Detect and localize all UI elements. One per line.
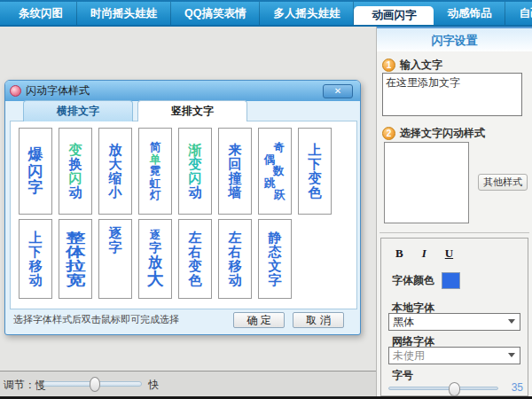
style-char: 数	[273, 165, 285, 177]
style-char: 来	[229, 143, 242, 157]
speed-fast-label: 快	[148, 378, 159, 393]
font-style-option[interactable]: 逐字放大	[138, 219, 172, 299]
style-char: 逐	[109, 226, 122, 240]
top-tab-label: 时尚摇头娃娃	[90, 6, 157, 21]
top-tabbar: 条纹闪图时尚摇头娃娃QQ搞笑表情多人摇头娃娃动画闪字动感饰品自己做闪图NEW	[0, 0, 532, 27]
style-char: 放	[148, 254, 162, 270]
top-tab[interactable]: 多人摇头娃娃	[260, 2, 354, 25]
style-char: 缩	[109, 171, 122, 185]
top-tab[interactable]: 动画闪字	[354, 6, 434, 25]
font-format-panel: B I U 字体颜色 本地字体 黑体 网络字体 未使用 字号 35	[380, 238, 528, 396]
style-char: 变	[309, 171, 322, 185]
flash-font-style-dialog: 闪动字体样式 ✕ 横排文字 竖排文字 爆闪字变换闪动放大缩小简单霓虹灯渐变闪动来…	[4, 80, 361, 335]
style-char: 静	[269, 231, 282, 245]
font-style-option[interactable]: 放大缩小	[98, 128, 132, 215]
dialog-title: 闪动字体样式	[26, 83, 323, 98]
style-char: 灯	[150, 189, 161, 201]
font-style-option[interactable]: 奇偶数跳跃	[258, 128, 292, 215]
style-char: 大	[147, 270, 164, 288]
style-char: 撞	[229, 171, 242, 185]
font-style-option[interactable]: 简单霓虹灯	[138, 128, 172, 215]
speed-slow-label: 调节：慢	[4, 378, 46, 393]
style-char: 闪	[189, 171, 202, 185]
italic-button[interactable]: I	[422, 246, 426, 261]
top-tab[interactable]: 时尚摇头娃娃	[77, 2, 171, 25]
top-tab[interactable]: QQ搞笑表情	[171, 2, 260, 25]
tab-horizontal-text[interactable]: 横排文字	[23, 100, 133, 121]
top-tab[interactable]: 条纹闪图	[5, 2, 77, 25]
font-style-option[interactable]: 左右变色	[178, 219, 212, 299]
dialog-titlebar[interactable]: 闪动字体样式 ✕	[5, 81, 360, 101]
style-char: 变	[69, 143, 82, 157]
font-style-option[interactable]: 来回撞墙	[218, 128, 252, 215]
close-icon[interactable]: ✕	[323, 84, 353, 98]
font-style-option[interactable]: 左右移动	[218, 219, 252, 299]
style-char: 整	[66, 231, 86, 245]
style-char: 上	[29, 231, 43, 245]
style-char: 霓	[150, 165, 161, 177]
style-char: 变	[189, 259, 202, 273]
style-char: 单	[150, 153, 161, 166]
style-char: 移	[229, 259, 242, 273]
speed-slider[interactable]	[43, 381, 142, 387]
style-char: 文	[269, 259, 282, 273]
style-char: 渐	[189, 143, 202, 157]
style-char: 左	[229, 231, 242, 245]
dialog-hint-text: 选择字体样式后双击鼠标即可完成选择	[13, 313, 179, 326]
web-font-value: 未使用	[393, 349, 425, 362]
step1-row: 1 输入文字	[382, 58, 442, 73]
style-char: 大	[109, 157, 122, 171]
style-char: 体	[66, 245, 86, 259]
tab-vertical-text[interactable]: 竖排文字	[137, 100, 247, 121]
top-tab-label: 条纹闪图	[19, 6, 63, 21]
style-char: 动	[229, 273, 242, 287]
style-char: 移	[29, 259, 43, 273]
top-tab-label: 自己做闪图	[519, 6, 532, 21]
font-style-option[interactable]: 变换闪动	[59, 128, 92, 215]
top-tab[interactable]: 自己做闪图NEW	[505, 2, 532, 25]
font-style-option[interactable]: 上下移动	[19, 219, 52, 299]
style-char: 色	[189, 273, 202, 287]
style-char: 字	[109, 240, 122, 254]
grid-row: 爆闪字变换闪动放大缩小简单霓虹灯渐变闪动来回撞墙奇偶数跳跃上下变色	[19, 128, 348, 215]
style-char: 偶	[264, 153, 276, 166]
style-char: 跃	[274, 189, 286, 201]
top-tab[interactable]: 动感饰品	[434, 2, 505, 25]
flash-text-settings-panel: 闪字设置 1 输入文字 在这里添加文字 2 选择文字闪动样式 其他样式 B I …	[376, 27, 532, 399]
font-color-label: 字体颜色	[392, 273, 434, 288]
style-char: 墙	[229, 185, 242, 200]
style-char: 字	[28, 179, 43, 195]
style-char: 跳	[264, 177, 276, 190]
font-size-slider[interactable]	[388, 387, 498, 390]
bold-button[interactable]: B	[395, 246, 403, 261]
font-style-option[interactable]: 上下变色	[298, 128, 332, 215]
top-tab-label: QQ搞笑表情	[184, 6, 246, 21]
font-style-option[interactable]: 渐变闪动	[178, 128, 212, 215]
style-char: 动	[69, 185, 82, 200]
web-font-select[interactable]: 未使用	[388, 347, 520, 364]
style-char: 右	[189, 245, 202, 259]
local-font-value: 黑体	[393, 316, 414, 328]
style-char: 闪	[69, 171, 82, 185]
ok-button[interactable]: 确 定	[233, 312, 285, 328]
other-styles-button[interactable]: 其他样式	[478, 174, 528, 191]
local-font-select[interactable]: 黑体	[388, 313, 520, 331]
top-tab-label: 动画闪字	[372, 8, 416, 23]
font-color-swatch[interactable]	[442, 272, 460, 289]
underline-button[interactable]: U	[445, 246, 453, 261]
font-size-slider-thumb[interactable]	[449, 382, 460, 396]
font-style-option[interactable]: 逐字	[98, 219, 132, 299]
font-style-grid: 爆闪字变换闪动放大缩小简单霓虹灯渐变闪动来回撞墙奇偶数跳跃上下变色上下移动整体拉…	[10, 121, 357, 309]
speed-slider-thumb[interactable]	[90, 377, 100, 392]
style-preview-box[interactable]	[384, 142, 469, 223]
font-style-option[interactable]: 整体拉宽	[59, 219, 92, 299]
text-input[interactable]: 在这里添加文字	[382, 73, 522, 116]
step1-number-icon: 1	[382, 59, 395, 72]
style-char: 上	[309, 143, 322, 157]
step1-label: 输入文字	[400, 58, 442, 73]
dialog-tabs: 横排文字 竖排文字	[23, 100, 247, 121]
font-style-option[interactable]: 爆闪字	[19, 128, 52, 215]
font-style-option[interactable]: 静态文字	[258, 219, 292, 299]
style-char: 放	[109, 143, 122, 157]
cancel-button[interactable]: 取 消	[293, 312, 344, 328]
